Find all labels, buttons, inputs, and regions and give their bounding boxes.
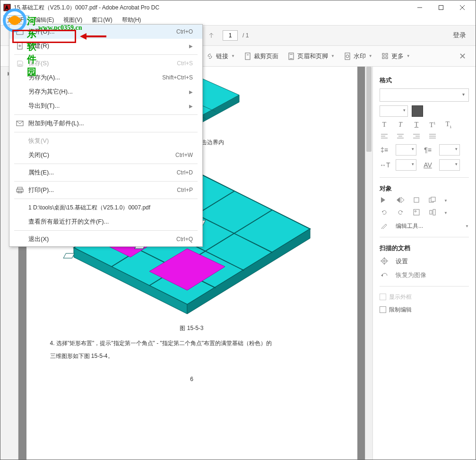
bold-icon[interactable]: T [380,121,389,129]
rotate-cw-icon[interactable] [396,208,405,217]
chevron-down-icon[interactable]: ▼ [444,199,448,203]
menu-window[interactable]: 窗口(W) [88,15,116,25]
menu-attach-email[interactable]: 附加到电子邮件(L)... [9,116,202,130]
mirror-icon[interactable] [396,197,405,205]
open-icon [14,28,26,35]
link-tool[interactable]: 链接▼ [203,50,238,62]
page-icon [287,52,295,61]
title-bar: A 15.基础工程（V25.1.0）0007.pdf - Adobe Acrob… [0,0,476,15]
svg-rect-4 [439,6,443,10]
maximize-button[interactable] [430,1,451,14]
limit-edit-checkbox[interactable] [380,306,386,313]
superscript-icon[interactable]: T1 [428,121,437,129]
svg-marker-59 [381,197,385,203]
char-spacing-icon[interactable]: AV [423,161,433,169]
crop-tool[interactable]: 裁剪页面 [241,50,281,62]
line-spacing-value[interactable] [396,144,416,156]
menu-exit[interactable]: 退出(X)Ctrl+Q [9,232,202,246]
menu-view[interactable]: 视图(V) [60,15,86,25]
align-right-icon[interactable] [412,133,421,140]
svg-point-71 [382,259,387,263]
italic-icon[interactable]: T [396,121,405,129]
restore-image-link[interactable]: 恢复为图像 [396,271,426,279]
scrollbar-thumb[interactable] [366,67,372,152]
menu-recent-1[interactable]: 1 D:\tools\桌面\15.基础工程（V25.1.0）0007.pdf [9,200,202,215]
flip-horizontal-icon[interactable] [380,197,389,205]
chevron-down-icon: ▼ [369,54,372,58]
svg-rect-67 [414,209,419,215]
menu-edit[interactable]: 编辑(E) [31,15,58,25]
chevron-down-icon: ▼ [407,54,410,58]
gear-icon [380,257,389,266]
menu-print[interactable]: 打印(P)...Ctrl+P [9,183,202,197]
chevron-down-icon[interactable]: ▼ [444,211,448,215]
page-number-input[interactable]: 1 [223,30,238,41]
svg-marker-66 [401,211,403,213]
watermark-icon [343,52,352,61]
font-size-select[interactable] [380,105,408,117]
paragraph-spacing-icon[interactable]: ¶≡ [423,146,433,154]
svg-rect-14 [17,187,22,189]
close-button[interactable] [451,1,473,14]
h-scale-value[interactable] [396,159,416,171]
watermark-tool[interactable]: 水印▼ [340,50,375,62]
line-spacing-icon[interactable]: ‡≡ [380,146,389,154]
chevron-down-icon: ▼ [231,54,235,58]
header-footer-tool[interactable]: 页眉和页脚▼ [284,50,338,62]
submenu-arrow-icon: ▶ [189,43,193,49]
svg-marker-61 [401,197,404,203]
svg-rect-44 [63,253,74,258]
arrange-icon[interactable] [428,197,437,205]
subscript-icon[interactable]: T1 [444,121,453,129]
para-spacing-value[interactable] [439,144,460,156]
svg-rect-26 [382,57,384,59]
limit-edit-label: 限制编辑 [389,306,412,314]
undo-icon [380,271,389,279]
svg-rect-64 [431,197,435,201]
replace-image-icon[interactable] [412,209,421,217]
prev-page-button[interactable] [205,29,218,42]
minimize-button[interactable] [409,1,430,14]
edit-tools-dropdown[interactable]: 编辑工具... [396,222,459,230]
login-link[interactable]: 登录 [453,31,470,40]
svg-point-68 [415,210,416,212]
menu-properties[interactable]: 属性(E)...Ctrl+D [9,165,202,180]
menu-saveas[interactable]: 另存为(A)...Shift+Ctrl+S [9,70,202,85]
vertical-scrollbar[interactable] [365,67,372,460]
char-spacing-value[interactable] [439,159,460,171]
horizontal-scale-icon[interactable]: ↔T [380,161,389,169]
close-tools-button[interactable]: ✕ [455,51,470,61]
scan-section-title: 扫描的文档 [380,244,469,252]
settings-link[interactable]: 设置 [396,257,408,266]
align-center-icon[interactable] [396,133,405,140]
svg-rect-12 [19,64,21,66]
crop-object-icon[interactable] [412,197,421,205]
menu-close[interactable]: 关闭(C)Ctrl+W [9,148,202,162]
menu-file[interactable]: 文件(F) [3,15,29,25]
show-border-label: 显示外框 [389,293,412,301]
text-color-swatch[interactable] [412,105,423,117]
font-family-select[interactable] [380,88,469,102]
underline-icon[interactable]: T [412,121,421,129]
more-tools[interactable]: 更多▼ [378,50,413,62]
align-left-icon[interactable] [380,133,389,140]
svg-rect-70 [433,209,435,215]
menu-export[interactable]: 导出到(T)...▶ [9,99,202,113]
align-justify-icon[interactable] [428,133,437,140]
menu-help[interactable]: 帮助(H) [118,15,145,25]
menu-save-other[interactable]: 另存为其它(H)...▶ [9,85,202,99]
object-section-title: 对象 [380,184,469,193]
create-icon [14,42,26,50]
chevron-down-icon: ▼ [465,224,469,228]
show-border-checkbox[interactable] [380,294,386,300]
svg-marker-77 [381,274,383,277]
menu-save: 保存(S)Ctrl+S [9,56,202,70]
menu-recent-all[interactable]: 查看所有最近打开的文件(F)... [9,215,202,229]
mail-icon [14,121,26,126]
rotate-ccw-icon[interactable] [380,208,389,217]
menu-open[interactable]: 打开(O)...Ctrl+O [9,25,202,39]
menu-create[interactable]: 创建(R)▶ [9,39,202,53]
submenu-arrow-icon: ▶ [189,89,193,95]
svg-point-23 [346,55,349,58]
align-objects-icon[interactable] [428,209,437,217]
